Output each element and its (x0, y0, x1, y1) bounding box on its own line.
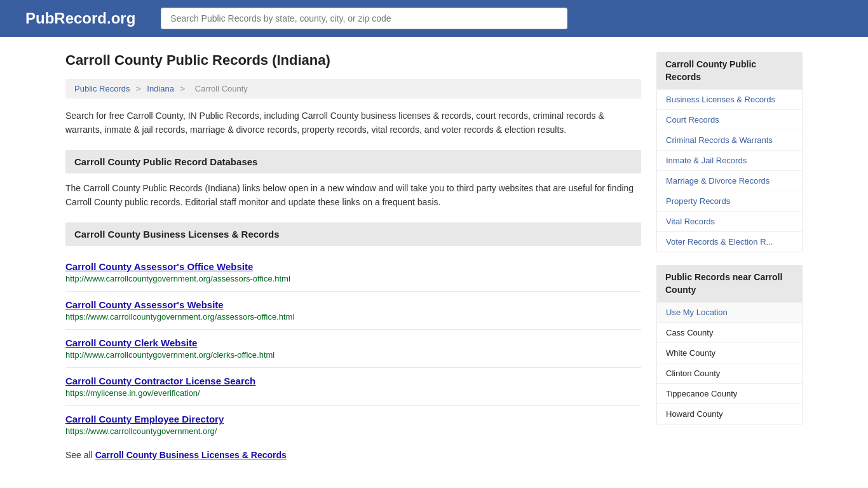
nearby-sidebar-header: Public Records near Carroll County (656, 265, 803, 302)
sidebar-item-voter-records[interactable]: Voter Records & Election R... (657, 232, 802, 252)
records-sidebar-body: Business Licenses & Records Court Record… (656, 90, 803, 252)
sidebar: Carroll County Public Records Business L… (656, 52, 803, 460)
nearby-county-clinton[interactable]: Clinton County (657, 363, 802, 384)
list-item: Carroll County Assessor's Office Website… (65, 254, 641, 292)
breadcrumb-separator-1: > (136, 84, 143, 93)
header: PubRecord.org (0, 0, 868, 37)
db-description: The Carroll County Public Records (India… (65, 181, 641, 210)
sidebar-item-court-records[interactable]: Court Records (657, 110, 802, 130)
sidebar-item-business-licenses[interactable]: Business Licenses & Records (657, 90, 802, 110)
nearby-county-white[interactable]: White County (657, 343, 802, 363)
page-description: Search for free Carroll County, IN Publi… (65, 109, 641, 137)
link-title-3[interactable]: Carroll County Clerk Website (65, 337, 641, 348)
sidebar-item-criminal-records[interactable]: Criminal Records & Warrants (657, 130, 802, 151)
nearby-county-cass[interactable]: Cass County (657, 323, 802, 343)
records-sidebar-header: Carroll County Public Records (656, 52, 803, 90)
sidebar-item-inmate-jail[interactable]: Inmate & Jail Records (657, 151, 802, 171)
breadcrumb-link-indiana[interactable]: Indiana (147, 84, 174, 93)
db-section-header: Carroll County Public Record Databases (65, 150, 641, 173)
link-url-3[interactable]: http://www.carrollcountygovernment.org/c… (65, 350, 641, 360)
site-logo[interactable]: PubRecord.org (25, 10, 135, 27)
link-title-1[interactable]: Carroll County Assessor's Office Website (65, 261, 641, 272)
list-item: Carroll County Clerk Website http://www.… (65, 330, 641, 368)
links-container: Carroll County Assessor's Office Website… (65, 254, 641, 444)
see-all-text: See all Carroll County Business Licenses… (65, 450, 641, 460)
list-item: Carroll County Assessor's Website https:… (65, 292, 641, 330)
records-sidebar-box: Carroll County Public Records Business L… (656, 52, 803, 252)
link-url-5[interactable]: https://www.carrollcountygovernment.org/ (65, 426, 641, 436)
page-title: Carroll County Public Records (Indiana) (65, 52, 641, 69)
business-section-header: Carroll County Business Licenses & Recor… (65, 222, 641, 246)
nearby-county-howard[interactable]: Howard County (657, 404, 802, 424)
link-url-2[interactable]: https://www.carrollcountygovernment.org/… (65, 312, 641, 322)
nearby-county-tippecanoe[interactable]: Tippecanoe County (657, 384, 802, 404)
breadcrumb-link-public-records[interactable]: Public Records (74, 84, 130, 93)
breadcrumb-separator-2: > (180, 84, 187, 93)
sidebar-item-vital-records[interactable]: Vital Records (657, 212, 802, 232)
list-item: Carroll County Contractor License Search… (65, 368, 641, 406)
link-title-4[interactable]: Carroll County Contractor License Search (65, 376, 641, 386)
use-my-location-button[interactable]: Use My Location (657, 302, 802, 323)
link-title-2[interactable]: Carroll County Assessor's Website (65, 299, 641, 310)
breadcrumb-current: Carroll County (195, 84, 248, 93)
see-all-link[interactable]: Carroll County Business Licenses & Recor… (95, 450, 287, 460)
main-container: Carroll County Public Records (Indiana) … (53, 37, 815, 475)
search-input[interactable] (161, 8, 567, 29)
sidebar-item-property[interactable]: Property Records (657, 191, 802, 212)
nearby-sidebar-box: Public Records near Carroll County Use M… (656, 265, 803, 424)
sidebar-item-marriage-divorce[interactable]: Marriage & Divorce Records (657, 171, 802, 191)
list-item: Carroll County Employee Directory https:… (65, 406, 641, 444)
link-url-4[interactable]: https://mylicense.in.gov/everification/ (65, 388, 641, 398)
breadcrumb: Public Records > Indiana > Carroll Count… (65, 79, 641, 98)
link-title-5[interactable]: Carroll County Employee Directory (65, 414, 641, 424)
content-area: Carroll County Public Records (Indiana) … (65, 52, 641, 460)
link-url-1[interactable]: http://www.carrollcountygovernment.org/a… (65, 274, 641, 283)
nearby-sidebar-body: Use My Location Cass County White County… (656, 302, 803, 424)
